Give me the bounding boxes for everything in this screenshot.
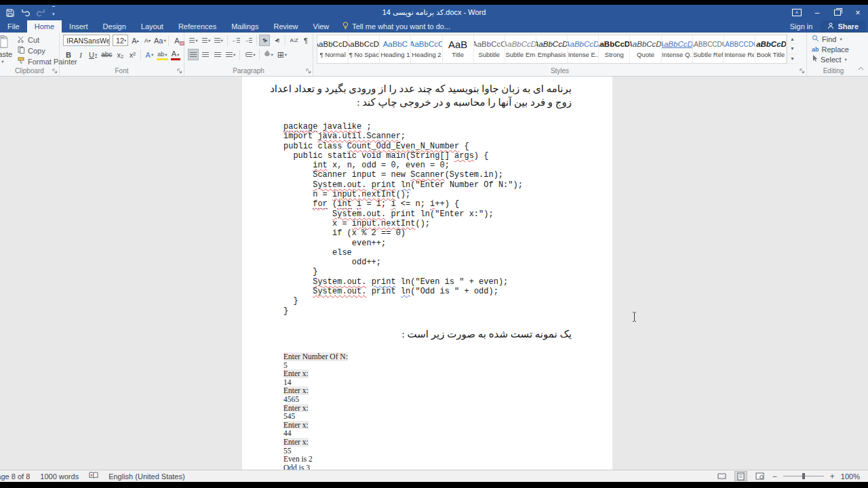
style-item[interactable]: AaB Title — [443, 35, 474, 63]
justify-button[interactable]: ▾ — [224, 49, 237, 60]
style-item[interactable]: AaBbCcDt Quote — [630, 35, 661, 63]
tell-me-box[interactable]: Tell me what you want to do... — [336, 20, 456, 33]
ribbon-tab[interactable]: Insert — [62, 20, 96, 33]
restore-icon[interactable] — [827, 5, 848, 20]
subscript-button[interactable]: x₂ — [115, 49, 125, 60]
style-item[interactable]: AaBbCcDt Subtle Em... — [505, 35, 536, 63]
ribbon-tab[interactable]: Layout — [134, 20, 171, 33]
customize-qat-icon[interactable]: ▾ — [52, 6, 55, 19]
read-mode-button[interactable] — [715, 471, 728, 481]
ribbon-tab[interactable]: View — [306, 20, 337, 33]
font-size-select[interactable]: 12▾ — [113, 35, 128, 46]
align-center-button[interactable] — [200, 49, 211, 60]
zoom-slider-thumb[interactable] — [802, 473, 805, 479]
grow-font-button[interactable]: A▴ — [130, 35, 140, 46]
ribbon-display-options-icon[interactable]: ˄ — [787, 5, 807, 20]
page-number-status[interactable]: Page 8 of 8 — [0, 472, 30, 481]
redo-icon[interactable] — [37, 7, 45, 18]
zoom-out-button[interactable]: − — [772, 472, 777, 481]
undo-icon[interactable] — [21, 7, 30, 18]
clear-formatting-button[interactable]: A — [172, 35, 182, 46]
window-title: کد برنامه نویسی 14.docx - Word — [0, 8, 868, 17]
word-window: ▾ کد برنامه نویسی 14.docx - Word ˄ – × F… — [0, 5, 868, 482]
ribbon-tab[interactable]: Mailings — [224, 20, 266, 33]
zoom-slider[interactable] — [783, 476, 824, 476]
zoom-level[interactable]: 100% — [841, 472, 860, 481]
style-item[interactable]: AaBbCcDc Strong — [599, 35, 630, 63]
numbering-button[interactable]: ▾ — [201, 35, 212, 46]
close-icon[interactable]: × — [848, 5, 868, 20]
style-item[interactable]: AaBbCcDc ¶ Normal — [317, 35, 349, 63]
print-layout-button[interactable] — [734, 471, 747, 481]
style-item[interactable]: AaBbCcDc Book Title — [755, 35, 787, 63]
ribbon-tab[interactable]: Review — [267, 20, 306, 33]
lightbulb-icon — [342, 22, 349, 31]
style-item[interactable]: AABBCCDC Subtle Ref... — [693, 35, 724, 63]
code-line: public static void main(String[] args) { — [283, 151, 523, 161]
tab-file[interactable]: File — [0, 20, 27, 33]
font-color-button[interactable]: A▾ — [170, 49, 181, 60]
rtl-direction-button[interactable]: ◂¶ — [271, 35, 282, 46]
save-icon[interactable] — [6, 7, 14, 18]
ribbon-tab[interactable]: Home — [27, 20, 62, 33]
minimize-icon[interactable]: – — [807, 5, 827, 20]
share-button[interactable]: Share — [821, 20, 865, 33]
superscript-button[interactable]: x² — [127, 49, 138, 60]
font-name-select[interactable]: IRANSansWeb▾ — [63, 35, 110, 46]
proofing-status-icon[interactable] — [89, 472, 98, 481]
word-count-status[interactable]: 1000 words — [40, 472, 79, 481]
ltr-direction-button[interactable]: ¶▸ — [259, 35, 270, 46]
clipboard-group: Paste ▾ Cut Copy Format Painter — [0, 33, 60, 76]
style-item[interactable]: AaBbCcDt Intense E... — [568, 35, 599, 63]
styles-more-icon[interactable]: ▼ — [787, 54, 797, 64]
find-button[interactable]: Find▾ — [812, 34, 860, 44]
editing-group: Find▾ ab Replace Select▾ Editing — [807, 33, 860, 76]
highlight-color-button[interactable]: ab▾ — [156, 49, 168, 60]
line-spacing-button[interactable]: ↕▾ — [243, 49, 256, 60]
style-item[interactable]: AaBbC Heading 1 — [380, 35, 411, 63]
align-left-button[interactable] — [188, 49, 199, 60]
styles-scroll-down-icon[interactable]: ▼ — [787, 44, 797, 54]
bold-button[interactable]: B — [63, 49, 74, 60]
styles-scroll-up-icon[interactable]: ▲ — [787, 35, 797, 44]
style-item[interactable]: AaBbCcDt Intense Q... — [662, 35, 693, 63]
style-item[interactable]: AaBbCcC Heading 2 — [411, 35, 442, 63]
title-bar: ▾ کد برنامه نویسی 14.docx - Word ˄ – × — [0, 5, 868, 20]
document-area[interactable]: برنامه ای به زبان جاوا بنویسید که چند عد… — [0, 77, 868, 470]
style-preview: AaBbCcDt — [505, 40, 536, 49]
multilevel-list-button[interactable]: ▾ — [213, 35, 224, 46]
zoom-in-button[interactable]: + — [830, 472, 835, 481]
select-button[interactable]: Select▾ — [812, 54, 860, 64]
decrease-indent-button[interactable]: ← — [231, 35, 241, 46]
web-layout-button[interactable] — [753, 471, 766, 481]
underline-button[interactable]: U▾ — [87, 49, 98, 60]
sort-button[interactable]: A↓Z — [288, 35, 299, 46]
ribbon-tab[interactable]: Design — [96, 20, 134, 33]
show-paragraph-marks-button[interactable]: ¶ — [300, 35, 311, 46]
paste-button[interactable]: Paste ▾ — [0, 35, 15, 64]
style-item[interactable]: AaBbCcDt Emphasis — [536, 35, 568, 63]
shrink-font-button[interactable]: A▾ — [142, 35, 153, 46]
bullets-button[interactable]: ▾ — [188, 35, 199, 46]
change-case-button[interactable]: Aa▾ — [154, 35, 165, 46]
collapse-ribbon-icon[interactable] — [858, 61, 864, 73]
text-effects-button[interactable]: A▾ — [144, 49, 155, 60]
output-line: 5 — [283, 361, 348, 370]
style-item[interactable]: AaBbCcC Subtitle — [474, 35, 505, 63]
ribbon-tab[interactable]: References — [171, 20, 224, 33]
sign-in-link[interactable]: Sign in — [790, 22, 813, 30]
style-item[interactable]: AABBCCDC Intense Re... — [724, 35, 755, 63]
align-right-button[interactable] — [212, 49, 223, 60]
document-page[interactable]: برنامه ای به زبان جاوا بنویسید که چند عد… — [242, 77, 612, 470]
increase-indent-button[interactable]: → — [243, 35, 254, 46]
italic-button[interactable]: I — [75, 49, 86, 60]
language-status[interactable]: English (United States) — [108, 472, 185, 481]
shading-button[interactable]: ▾ — [262, 49, 275, 60]
replace-button[interactable]: ab Replace — [812, 44, 860, 54]
code-line: x = input.nextInt(); — [283, 219, 523, 228]
share-label: Share — [837, 22, 859, 30]
strikethrough-button[interactable]: abc — [100, 49, 113, 60]
borders-button[interactable]: ⊞▾ — [276, 49, 288, 60]
find-label: Find — [822, 35, 836, 43]
style-item[interactable]: AaBbCcDc ¶ No Spac... — [349, 35, 380, 63]
